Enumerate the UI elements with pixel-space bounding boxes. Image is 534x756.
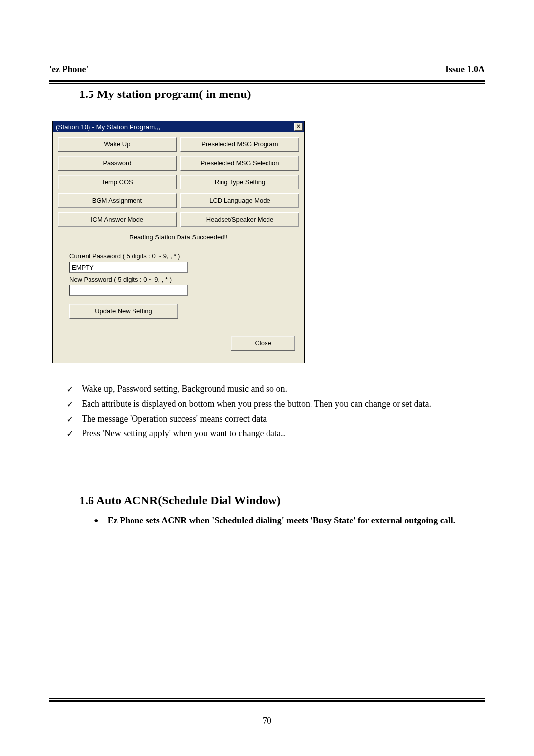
dialog-titlebar: (Station 10) - My Station Program,,, × <box>53 121 304 132</box>
list-item: ✓Press 'New setting apply' when you want… <box>66 428 485 439</box>
password-group: Reading Station Data Succeeded!! Current… <box>60 239 297 327</box>
dialog-title: (Station 10) - My Station Program,,, <box>56 123 161 131</box>
list-item: ✓Wake up, Password setting, Background m… <box>66 384 485 395</box>
list-item: ✓Each attribute is displayed on bottom w… <box>66 399 485 410</box>
update-new-setting-button[interactable]: Update New Setting <box>69 304 178 319</box>
password-button[interactable]: Password <box>58 156 177 171</box>
icm-answer-mode-button[interactable]: ICM Answer Mode <box>58 212 177 227</box>
current-password-input[interactable] <box>69 262 188 273</box>
close-button[interactable]: Close <box>231 336 295 351</box>
bullet-icon: ● <box>94 513 99 528</box>
check-icon: ✓ <box>66 399 74 410</box>
preselected-msg-selection-button[interactable]: Preselected MSG Selection <box>180 156 299 171</box>
preselected-msg-program-button[interactable]: Preselected MSG Program <box>180 137 299 152</box>
header-right: Issue 1.0A <box>445 64 485 75</box>
item-text: Wake up, Password setting, Background mu… <box>82 384 287 395</box>
group-legend: Reading Station Data Succeeded!! <box>126 234 230 241</box>
wake-up-button[interactable]: Wake Up <box>58 137 177 152</box>
header-rule <box>49 80 485 84</box>
page-number: 70 <box>0 716 534 726</box>
footer-rule <box>49 698 485 702</box>
ring-type-setting-button[interactable]: Ring Type Setting <box>180 175 299 189</box>
temp-cos-button[interactable]: Temp COS <box>58 175 177 189</box>
check-icon: ✓ <box>66 414 74 425</box>
check-icon: ✓ <box>66 428 74 439</box>
section-1-5-heading: 1.5 My station program( in menu) <box>79 88 485 101</box>
new-password-label: New Password ( 5 digits : 0 ~ 9, , * ) <box>69 276 288 283</box>
item-text: Press 'New setting apply' when you want … <box>82 428 285 439</box>
headset-speaker-mode-button[interactable]: Headset/Speaker Mode <box>180 212 299 227</box>
lcd-language-mode-button[interactable]: LCD Language Mode <box>180 193 299 208</box>
item-text: Ez Phone sets ACNR when 'Scheduled diali… <box>108 513 480 528</box>
close-icon[interactable]: × <box>294 123 303 131</box>
new-password-input[interactable] <box>69 285 188 296</box>
section-1-6-heading: 1.6 Auto ACNR(Schedule Dial Window) <box>79 494 485 507</box>
current-password-label: Current Password ( 5 digits : 0 ~ 9, , *… <box>69 252 288 260</box>
item-text: Each attribute is displayed on bottom wh… <box>82 399 431 410</box>
list-item: ●Ez Phone sets ACNR when 'Scheduled dial… <box>94 513 480 528</box>
check-icon: ✓ <box>66 384 74 395</box>
list-item: ✓The message 'Operation success' means c… <box>66 414 485 425</box>
item-text: The message 'Operation success' means co… <box>82 414 267 425</box>
my-station-program-dialog: (Station 10) - My Station Program,,, × W… <box>52 121 305 363</box>
bgm-assignment-button[interactable]: BGM Assignment <box>58 193 177 208</box>
header-left: 'ez Phone' <box>49 64 89 75</box>
